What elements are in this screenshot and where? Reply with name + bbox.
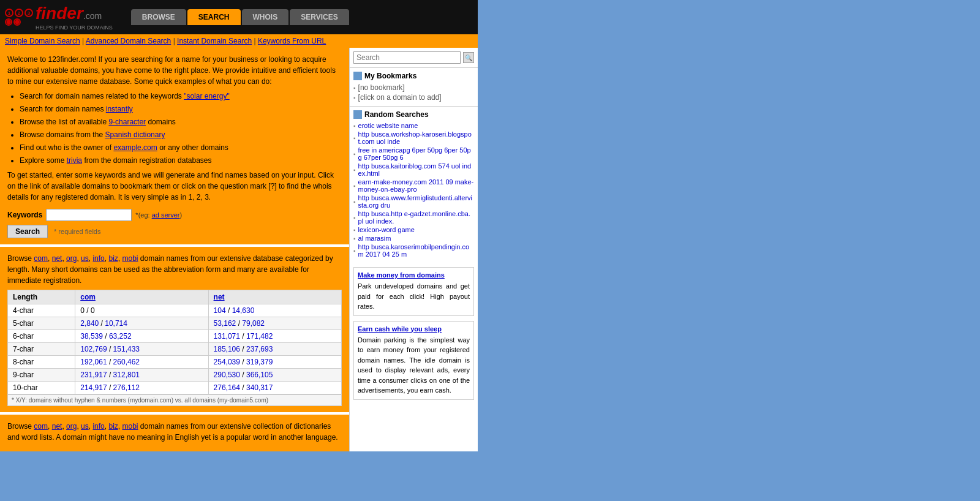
ad-server-link[interactable]: ad server bbox=[152, 211, 180, 219]
net-link-2[interactable]: 366,105 bbox=[246, 371, 273, 379]
random-search-link[interactable]: http busca.karoserimobilpendingin.com 20… bbox=[358, 243, 474, 258]
dict-biz-link[interactable]: biz bbox=[108, 422, 118, 431]
col-net: net bbox=[208, 290, 341, 304]
random-search-link[interactable]: http busca.www.fermiglistudenti.altervis… bbox=[358, 194, 474, 209]
bookmarks-header: My Bookmarks bbox=[353, 72, 474, 80]
com-link-2[interactable]: 10,714 bbox=[105, 319, 127, 328]
cell-net: 290,530 / 366,105 bbox=[208, 369, 341, 382]
tld-net-link[interactable]: net bbox=[52, 254, 62, 263]
col-com-link[interactable]: com bbox=[80, 293, 96, 301]
random-search-link[interactable]: free in americapg 6per 50pg 6per 50pg 67… bbox=[358, 146, 474, 161]
random-search-link[interactable]: erotic website name bbox=[358, 122, 418, 129]
cell-length: 4-char bbox=[8, 304, 75, 317]
com-link-2[interactable]: 312,801 bbox=[113, 371, 140, 379]
net-link-1[interactable]: 53,162 bbox=[214, 319, 236, 328]
net-link-1[interactable]: 131,071 bbox=[214, 332, 240, 341]
net-link-2[interactable]: 79,082 bbox=[242, 319, 265, 328]
link-keywords-url[interactable]: Keywords From URL bbox=[258, 37, 326, 45]
tld-info-link[interactable]: info bbox=[92, 254, 104, 263]
solar-energy-link[interactable]: "solar energy" bbox=[184, 92, 230, 100]
search-button[interactable]: Search bbox=[7, 225, 48, 238]
net-link-2[interactable]: 237,693 bbox=[246, 345, 273, 353]
dict-net-link[interactable]: net bbox=[52, 422, 62, 431]
random-search-item: http busca.workshop-karoseri.blogspot.co… bbox=[353, 130, 474, 146]
nav-browse[interactable]: BROWSE bbox=[131, 9, 186, 25]
random-search-link[interactable]: earn-make-money.com 2011 09 make-money-o… bbox=[358, 178, 474, 193]
circle-sm-1: ⬤ bbox=[5, 18, 12, 26]
feature-item-3: Browse the list of available 9-character… bbox=[20, 116, 342, 127]
logo-finder: finder bbox=[36, 4, 83, 23]
table-row: 10-char214,917 / 276,112276,164 / 340,31… bbox=[8, 382, 342, 394]
browse-dict-box: Browse com, net, org, us, info, biz, mob… bbox=[0, 415, 349, 451]
table-row: 9-char231,917 / 312,801290,530 / 366,105 bbox=[8, 369, 342, 382]
net-link-1[interactable]: 185,106 bbox=[214, 345, 240, 353]
random-search-link[interactable]: http busca.workshop-karoseri.blogspot.co… bbox=[358, 130, 474, 145]
sidebar-search: 🔍 bbox=[350, 48, 478, 68]
ad-make-money: Make money from domains Park undeveloped… bbox=[353, 267, 474, 316]
com-link-2[interactable]: 260,462 bbox=[113, 358, 140, 366]
dict-mobi-link[interactable]: mobi bbox=[122, 422, 138, 431]
com-link-1[interactable]: 214,917 bbox=[80, 383, 107, 392]
feature-item-4: Browse domains from the Spanish dictiona… bbox=[20, 129, 342, 140]
tld-com-link[interactable]: com bbox=[34, 254, 48, 263]
tld-biz-link[interactable]: biz bbox=[108, 254, 118, 263]
dict-com-link[interactable]: com bbox=[34, 422, 48, 431]
keywords-input[interactable] bbox=[46, 209, 132, 221]
tld-us-link[interactable]: us bbox=[81, 254, 89, 263]
logo-dotcom: .com bbox=[83, 11, 102, 21]
net-link-2[interactable]: 14,630 bbox=[232, 306, 255, 315]
dict-org-link[interactable]: org bbox=[66, 422, 77, 431]
random-search-link[interactable]: http busca.http e-gadzet.monline.cba.pl … bbox=[358, 210, 474, 225]
net-link-1[interactable]: 104 bbox=[214, 306, 226, 315]
tld-org-link[interactable]: org bbox=[66, 254, 77, 263]
net-link-2[interactable]: 171,482 bbox=[246, 332, 273, 341]
search-icon[interactable]: 🔍 bbox=[463, 52, 474, 63]
welcome-box: Welcome to 123finder.com! If you are sea… bbox=[0, 48, 349, 244]
nav-search[interactable]: SEARCH bbox=[187, 9, 241, 25]
eg-text: *(eg: ad server) bbox=[135, 211, 182, 219]
circle-1: 1 bbox=[5, 9, 13, 17]
ad2-title-link[interactable]: Earn cash while you sleep bbox=[358, 325, 470, 333]
random-search-link[interactable]: http busca.kaitoriblog.com 574 uol index… bbox=[358, 162, 474, 177]
col-net-link[interactable]: net bbox=[214, 293, 225, 301]
nav-services[interactable]: SERVICES bbox=[290, 9, 349, 25]
instantly-link[interactable]: instantly bbox=[106, 105, 133, 113]
cell-length: 7-char bbox=[8, 343, 75, 356]
net-link-1[interactable]: 290,530 bbox=[214, 371, 240, 379]
com-link-2[interactable]: 151,433 bbox=[113, 345, 140, 353]
random-search-link[interactable]: lexicon-word game bbox=[358, 226, 415, 233]
9char-link[interactable]: 9-character bbox=[108, 118, 146, 126]
net-link-1[interactable]: 254,039 bbox=[214, 358, 240, 366]
link-instant-search[interactable]: Instant Domain Search bbox=[177, 37, 252, 45]
nav-whois[interactable]: WHOIS bbox=[242, 9, 289, 25]
net-link-1[interactable]: 276,164 bbox=[214, 383, 240, 392]
spanish-dict-link[interactable]: Spanish dictionary bbox=[105, 130, 165, 139]
link-simple-search[interactable]: Simple Domain Search bbox=[5, 37, 80, 45]
random-title: Random Searches bbox=[364, 110, 429, 119]
logo-tagline: HELPS FIND YOUR DOMAINS bbox=[36, 24, 113, 31]
com-link-1[interactable]: 102,769 bbox=[80, 345, 107, 353]
com-link-1[interactable]: 2,840 bbox=[80, 319, 99, 328]
link-advanced-search[interactable]: Advanced Domain Search bbox=[86, 37, 171, 45]
net-link-2[interactable]: 340,317 bbox=[246, 383, 273, 392]
logo-text-area: finder .com HELPS FIND YOUR DOMAINS bbox=[36, 4, 113, 31]
dict-info-link[interactable]: info bbox=[92, 422, 104, 431]
nav: BROWSE SEARCH WHOIS SERVICES bbox=[131, 9, 349, 25]
com-link-2[interactable]: 276,112 bbox=[113, 383, 140, 392]
sidebar-search-input[interactable] bbox=[353, 51, 461, 64]
com-link-1[interactable]: 38,539 bbox=[80, 332, 103, 341]
dict-us-link[interactable]: us bbox=[81, 422, 89, 431]
circle-2: 2 bbox=[15, 9, 23, 17]
random-search-link[interactable]: al marasim bbox=[358, 235, 391, 242]
example-com-link[interactable]: example.com bbox=[113, 143, 157, 152]
ad1-title-link[interactable]: Make money from domains bbox=[358, 271, 470, 279]
cell-com: 102,769 / 151,433 bbox=[75, 343, 208, 356]
random-search-item: erotic website name bbox=[353, 121, 474, 130]
com-link-2[interactable]: 63,252 bbox=[109, 332, 132, 341]
tld-mobi-link[interactable]: mobi bbox=[122, 254, 138, 263]
com-link-1[interactable]: 192,061 bbox=[80, 358, 107, 366]
net-link-2[interactable]: 319,379 bbox=[246, 358, 273, 366]
trivia-link[interactable]: trivia bbox=[67, 156, 82, 165]
com-link-1[interactable]: 231,917 bbox=[80, 371, 107, 379]
circle-3: 3 bbox=[24, 9, 33, 17]
